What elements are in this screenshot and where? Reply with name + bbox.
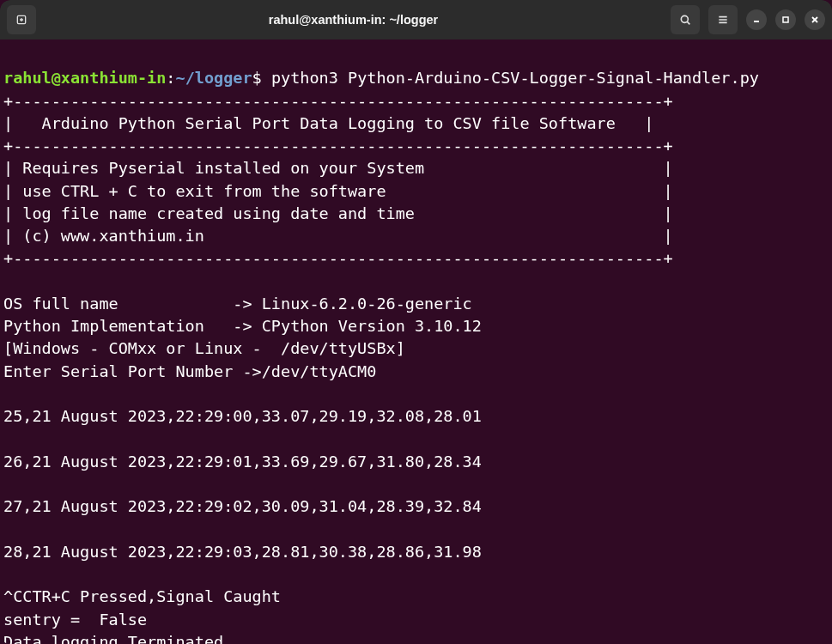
close-button[interactable] — [805, 9, 825, 30]
serial-prompt-line: Enter Serial Port Number ->/dev/ttyACM0 — [3, 362, 376, 380]
banner-line4: | (c) www.xanthium.in | — [3, 227, 673, 245]
banner-title: | Arduino Python Serial Port Data Loggin… — [3, 114, 653, 132]
banner-line1: | Requires Pyserial installed on your Sy… — [3, 159, 673, 177]
signal-caught-line: ^CCTR+C Pressed,Signal Caught — [3, 587, 281, 605]
prompt-path: ~/logger — [176, 69, 252, 87]
minimize-icon — [752, 15, 761, 24]
banner-border-mid: +---------------------------------------… — [3, 137, 673, 155]
banner-line2: | use CTRL + C to exit from the software… — [3, 182, 673, 200]
data-row: 27,21 August 2023,22:29:02,30.09,31.04,2… — [3, 497, 482, 515]
new-tab-icon — [15, 13, 28, 27]
search-button[interactable] — [671, 5, 700, 34]
search-icon — [678, 13, 692, 27]
close-icon — [811, 15, 819, 24]
command-text — [262, 69, 271, 87]
data-row: 25,21 August 2023,22:29:00,33.07,29.19,3… — [3, 407, 482, 425]
terminal-body[interactable]: rahul@xanthium-in:~/logger$ python3 Pyth… — [0, 39, 832, 644]
svg-line-4 — [687, 21, 689, 24]
hamburger-icon — [716, 13, 730, 27]
prompt-separator: : — [166, 69, 175, 87]
banner-border-bottom: +---------------------------------------… — [3, 249, 673, 267]
window-titlebar: rahul@xanthium-in: ~/logger — [0, 0, 832, 39]
maximize-icon — [781, 15, 790, 24]
minimize-button[interactable] — [746, 9, 767, 30]
banner-line3: | log file name created using date and t… — [3, 204, 673, 222]
titlebar-right-controls — [671, 5, 825, 34]
prompt-user: rahul@xanthium-in — [3, 69, 166, 87]
port-hint-line: [Windows - COMxx or Linux - /dev/ttyUSBx… — [3, 339, 405, 357]
sentry-line: sentry = False — [3, 611, 147, 629]
window-title: rahul@xanthium-in: ~/logger — [43, 13, 664, 27]
titlebar-left-controls — [7, 5, 36, 34]
data-row: 26,21 August 2023,22:29:01,33.69,29.67,3… — [3, 453, 482, 471]
banner-border-top: +---------------------------------------… — [3, 92, 673, 110]
svg-point-3 — [681, 15, 688, 22]
os-info-line: OS full name -> Linux-6.2.0-26-generic — [3, 295, 472, 313]
svg-rect-9 — [783, 17, 788, 22]
terminated-line: Data logging Terminated — [3, 633, 223, 644]
prompt-symbol: $ — [252, 69, 262, 87]
command: python3 Python-Arduino-CSV-Logger-Signal… — [271, 69, 759, 87]
data-row: 28,21 August 2023,22:29:03,28.81,30.38,2… — [3, 543, 482, 561]
python-info-line: Python Implementation -> CPython Version… — [3, 317, 482, 335]
new-tab-button[interactable] — [7, 5, 36, 34]
maximize-button[interactable] — [775, 9, 796, 30]
menu-button[interactable] — [708, 5, 738, 34]
